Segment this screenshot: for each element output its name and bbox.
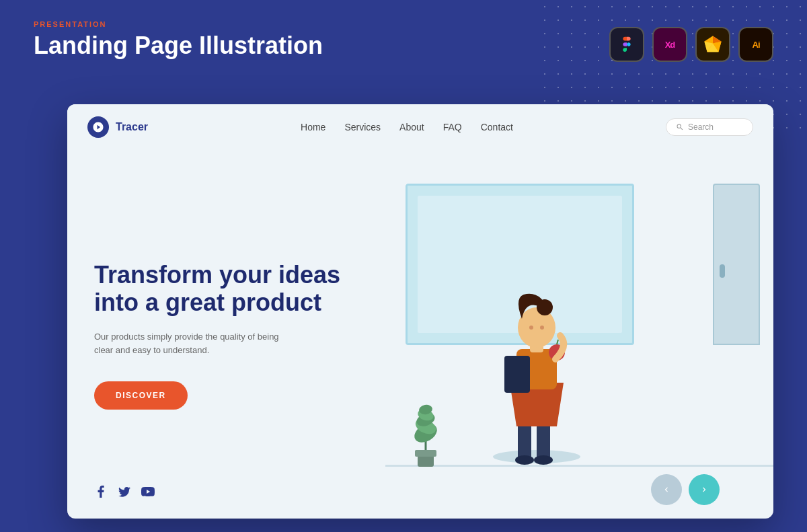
nav-faq[interactable]: FAQ (443, 122, 462, 132)
svg-rect-15 (537, 423, 550, 460)
logo-icon (87, 116, 109, 138)
logo-area: Tracer (87, 116, 148, 138)
hero-title: Transform your ideas into a great produc… (94, 261, 365, 317)
next-arrow[interactable] (689, 474, 720, 505)
sketch-icon[interactable] (695, 27, 730, 62)
main-title: Landing Page Illustration (34, 32, 609, 59)
svg-point-17 (534, 455, 553, 465)
svg-point-16 (515, 455, 534, 465)
svg-rect-19 (504, 356, 530, 393)
prev-arrow[interactable] (651, 474, 682, 505)
presentation-label: PRESENTATION (34, 20, 609, 28)
header-text-block: PRESENTATION Landing Page Illustration (34, 20, 609, 59)
svg-point-25 (529, 326, 533, 330)
nav-about[interactable]: About (399, 122, 424, 132)
nav-home[interactable]: Home (301, 122, 325, 132)
pagination (651, 474, 720, 505)
search-placeholder: Search (688, 122, 714, 132)
illustrator-icon[interactable]: Ai (738, 27, 773, 62)
door-handle (720, 264, 725, 278)
figma-icon[interactable] (609, 27, 644, 62)
nav-links: Home Services About FAQ Contact (301, 122, 513, 132)
discover-button[interactable]: DISCOVER (94, 381, 188, 410)
hero-section: Transform your ideas into a great produc… (67, 150, 773, 519)
svg-rect-7 (415, 450, 436, 457)
search-box[interactable]: Search (666, 118, 753, 136)
scene-background (385, 163, 774, 519)
xd-icon[interactable]: Xd (652, 27, 687, 62)
header-area: PRESENTATION Landing Page Illustration X… (0, 0, 807, 75)
landing-card: Tracer Home Services About FAQ Contact S… (67, 104, 773, 519)
svg-point-24 (537, 299, 553, 315)
svg-point-26 (540, 326, 544, 330)
character-illustration (490, 275, 584, 463)
hero-illustration (385, 150, 774, 519)
plant-illustration (399, 396, 453, 463)
nav-services[interactable]: Services (344, 122, 381, 132)
svg-rect-14 (518, 423, 531, 460)
navbar: Tracer Home Services About FAQ Contact S… (67, 104, 773, 150)
logo-text: Tracer (116, 121, 148, 133)
nav-contact[interactable]: Contact (481, 122, 513, 132)
svg-line-21 (557, 340, 558, 344)
door-frame (713, 184, 760, 345)
search-icon (676, 123, 684, 131)
tool-icons-group: Xd Ai (609, 27, 773, 62)
hero-subtitle: Our products simply provide the quality … (94, 330, 282, 358)
hero-content: Transform your ideas into a great produc… (67, 150, 385, 519)
